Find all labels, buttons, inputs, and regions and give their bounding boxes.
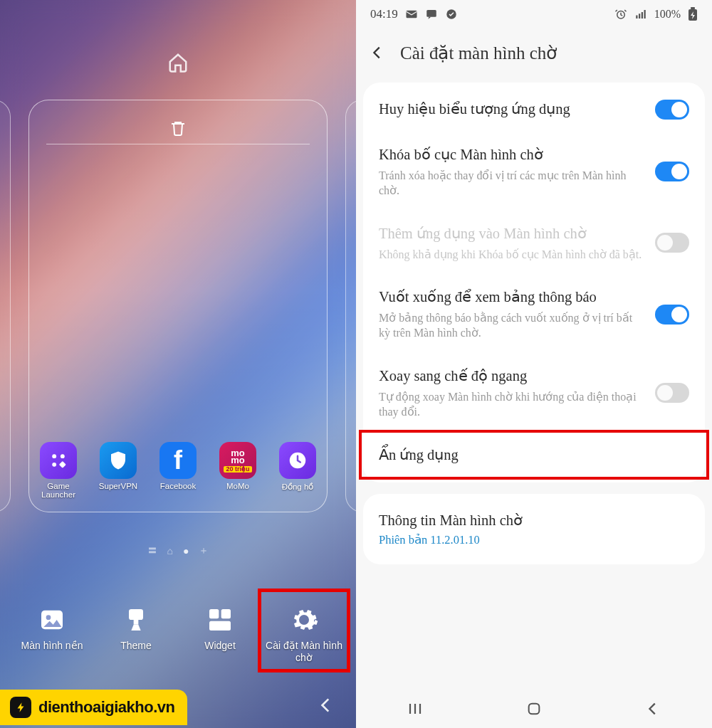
svg-rect-11 — [209, 621, 231, 631]
svg-point-0 — [52, 454, 56, 458]
nav-home[interactable] — [520, 695, 548, 722]
svg-rect-22 — [529, 704, 540, 714]
action-theme[interactable]: Theme — [97, 604, 175, 664]
delete-page-row[interactable] — [29, 112, 327, 144]
alarm-icon — [614, 8, 627, 21]
facebook-icon: f — [159, 442, 197, 479]
svg-point-1 — [61, 454, 65, 458]
svg-rect-3 — [59, 461, 66, 468]
supervpn-icon — [100, 442, 137, 479]
screen-header: Cài đặt màn hình chờ — [356, 28, 712, 83]
toggle-badges[interactable] — [655, 100, 689, 120]
svg-rect-13 — [426, 10, 436, 17]
version-text: Phiên bản 11.2.01.10 — [379, 533, 689, 547]
svg-rect-7 — [129, 609, 143, 620]
row-lock-layout[interactable]: Khóa bố cục Màn hình chờ Tránh xóa hoặc … — [363, 132, 705, 211]
app-game-launcher[interactable]: Game Launcher — [35, 442, 82, 499]
app-label: Facebook — [160, 482, 197, 490]
svg-rect-18 — [641, 12, 642, 19]
brand-icon — [10, 697, 31, 718]
nav-recents[interactable] — [402, 695, 429, 722]
screen-title: Cài đặt màn hình chờ — [400, 43, 557, 63]
signal-icon — [634, 8, 647, 21]
page-current-dot: ● — [183, 545, 189, 556]
highlight-settings-action — [258, 589, 350, 672]
row-rotate[interactable]: Xoay sang chế độ ngang Tự động xoay Màn … — [363, 354, 705, 433]
action-wallpaper[interactable]: Màn hình nền — [13, 604, 91, 664]
status-bar: 04:19 100% — [356, 0, 712, 28]
row-swipe-notifications[interactable]: Vuốt xuống để xem bảng thông báo Mở bảng… — [363, 275, 705, 354]
row-about[interactable]: Thông tin Màn hình chờ Phiên bản 11.2.01… — [363, 498, 705, 561]
game-launcher-icon — [40, 442, 77, 479]
app-facebook[interactable]: f Facebook — [155, 442, 201, 499]
check-circle-icon — [445, 8, 458, 21]
page-pair-icon: 〓 — [147, 544, 157, 557]
battery-charging-icon — [688, 7, 698, 21]
toggle-rotate[interactable] — [655, 383, 689, 403]
svg-rect-8 — [134, 620, 139, 625]
svg-rect-9 — [209, 609, 219, 618]
app-dock: Game Launcher SuperVPN f Facebook mo mo … — [29, 442, 327, 499]
nav-bar — [356, 690, 712, 728]
page-add-icon: ＋ — [199, 544, 209, 557]
app-label: MoMo — [226, 482, 249, 490]
page-indicator[interactable]: 〓 ⌂ ● ＋ — [0, 544, 356, 557]
svg-rect-12 — [406, 11, 417, 19]
row-app-icon-badges[interactable]: Huy hiệu biểu tượng ứng dụng — [363, 87, 705, 132]
toggle-swipe[interactable] — [655, 305, 689, 325]
back-button[interactable] — [366, 41, 389, 64]
svg-point-6 — [46, 616, 51, 621]
mail-icon — [405, 8, 418, 21]
home-editor-screen: Game Launcher SuperVPN f Facebook mo mo … — [0, 0, 356, 728]
home-settings-screen: 04:19 100% Cà — [356, 0, 712, 728]
brand-text: dienthoaigiakho.vn — [38, 698, 174, 717]
settings-card-about: Thông tin Màn hình chờ Phiên bản 11.2.01… — [363, 494, 705, 565]
battery-text: 100% — [654, 8, 681, 21]
status-time: 04:19 — [370, 7, 398, 21]
app-clock[interactable]: Đồng hồ — [274, 442, 321, 499]
svg-rect-10 — [221, 609, 231, 618]
momo-icon: mo mo 20 triệu — [219, 442, 256, 479]
nav-back[interactable] — [639, 695, 666, 722]
trash-icon — [169, 118, 187, 138]
next-page-card[interactable] — [345, 100, 356, 512]
nav-back-left[interactable] — [313, 692, 339, 718]
clock-icon — [279, 442, 316, 479]
widget-icon — [204, 604, 236, 635]
branding-badge: dienthoaigiakho.vn — [0, 687, 187, 728]
svg-point-2 — [52, 463, 56, 467]
app-label: SuperVPN — [99, 482, 137, 490]
brush-icon — [120, 604, 152, 635]
toggle-add-apps — [655, 233, 689, 253]
svg-rect-19 — [644, 10, 645, 19]
chat-icon — [425, 8, 438, 21]
image-icon — [36, 604, 68, 635]
home-icon[interactable] — [165, 50, 191, 75]
svg-rect-17 — [639, 14, 640, 19]
settings-card-1: Huy hiệu biểu tượng ứng dụng Khóa bố cục… — [363, 83, 705, 482]
svg-rect-16 — [636, 16, 637, 19]
action-widget[interactable]: Widget — [181, 604, 259, 664]
app-momo[interactable]: mo mo 20 triệu MoMo — [214, 442, 261, 499]
highlight-hide-apps — [359, 430, 709, 480]
toggle-lock-layout[interactable] — [655, 162, 689, 181]
row-add-apps: Thêm ứng dụng vào Màn hình chờ Không khả… — [363, 211, 705, 275]
prev-page-card[interactable] — [0, 100, 11, 512]
current-page-card[interactable]: Game Launcher SuperVPN f Facebook mo mo … — [28, 100, 328, 512]
page-home-icon: ⌂ — [167, 545, 173, 556]
app-label: Game Launcher — [35, 482, 82, 499]
svg-rect-21 — [691, 7, 695, 9]
app-supervpn[interactable]: SuperVPN — [95, 442, 142, 499]
app-label: Đồng hồ — [282, 482, 314, 492]
